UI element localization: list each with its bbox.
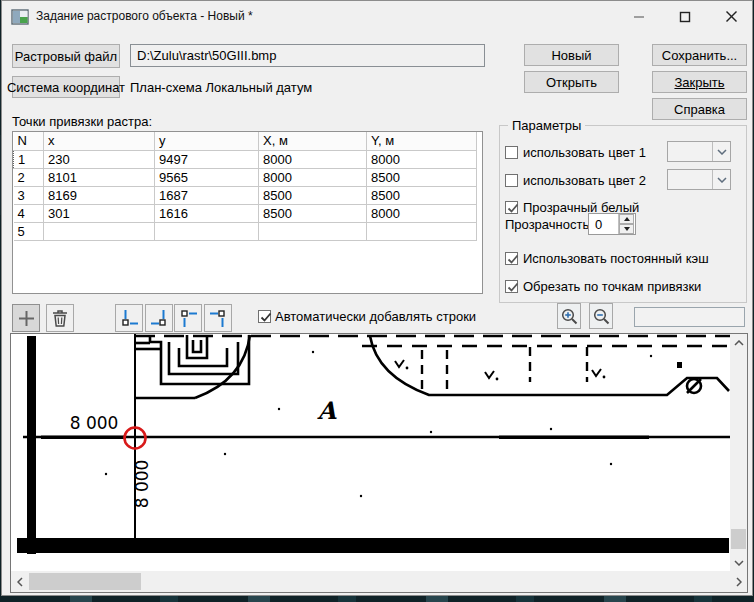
scroll-up-button[interactable]	[730, 334, 747, 351]
cell[interactable]: 5	[14, 222, 44, 240]
color-2-dropdown[interactable]	[667, 169, 731, 190]
cell[interactable]: 4	[14, 204, 44, 222]
column-header-ym[interactable]: Y, м	[367, 132, 477, 150]
cell[interactable]: 8500	[259, 186, 367, 204]
anchor-bottom-left-button[interactable]	[115, 304, 143, 332]
minimize-button[interactable]	[616, 1, 662, 32]
color-1-dropdown[interactable]	[667, 141, 731, 162]
close-button[interactable]: Закрыть	[652, 71, 747, 93]
spinner-up-button[interactable]	[619, 214, 634, 224]
plus-icon	[18, 310, 35, 327]
background-window-sliver	[0, 50, 1, 110]
cell[interactable]	[44, 222, 155, 240]
anchor-top-left-button[interactable]	[174, 304, 202, 332]
cell[interactable]: 8000	[259, 168, 367, 186]
persistent-cache-checkbox[interactable]	[505, 252, 518, 265]
cell[interactable]: 8500	[367, 186, 477, 204]
crop-by-anchors-label[interactable]: Обрезать по точкам привязки	[523, 279, 701, 294]
magnifier-plus-icon	[561, 308, 578, 325]
use-color-2-label[interactable]: использовать цвет 2	[523, 173, 646, 188]
map-horizontal-scrollbar[interactable]	[11, 571, 747, 592]
chevron-down-icon[interactable]	[712, 142, 730, 161]
cell[interactable]: 8169	[44, 186, 155, 204]
column-header-y[interactable]: y	[155, 132, 259, 150]
scroll-right-button[interactable]	[730, 571, 747, 592]
cell-selected[interactable]: 1	[14, 150, 44, 168]
auto-add-rows-label[interactable]: Автоматически добавлять строки	[275, 309, 476, 324]
table-row[interactable]: 1 230 9497 8000 8000	[14, 150, 477, 168]
delete-row-button[interactable]	[46, 304, 74, 332]
table-row[interactable]: 3 8169 1687 8500 8500	[14, 186, 477, 204]
anchor-bottom-right-button[interactable]	[145, 304, 173, 332]
cell[interactable]: 8000	[367, 204, 477, 222]
persistent-cache-label[interactable]: Использовать постоянный кэш	[523, 251, 709, 266]
map-vertical-scrollbar[interactable]	[730, 334, 747, 571]
use-color-1-checkbox[interactable]	[505, 146, 518, 159]
map-area-label: А	[317, 396, 337, 425]
crop-by-anchors-checkbox[interactable]	[505, 280, 518, 293]
cell[interactable]: 3	[14, 186, 44, 204]
map-grid-label-horizontal: 8 000	[70, 413, 119, 433]
transparency-spinner[interactable]: 0	[588, 213, 636, 235]
zoom-out-button[interactable]	[589, 303, 613, 329]
column-header-n[interactable]: N	[14, 132, 44, 150]
save-button[interactable]: Сохранить...	[652, 44, 747, 66]
help-button-label: Справка	[674, 102, 725, 117]
transparency-value[interactable]: 0	[589, 214, 618, 234]
table-row[interactable]: 2 8101 9565 8000 8500	[14, 168, 477, 186]
scale-field[interactable]	[634, 307, 745, 327]
close-window-button[interactable]	[708, 1, 754, 32]
raster-file-button[interactable]: Растровый файл	[12, 44, 120, 68]
chevron-down-icon[interactable]	[712, 170, 730, 189]
add-row-button[interactable]	[12, 304, 40, 332]
file-path-field[interactable]: D:\Zulu\rastr\50GIII.bmp	[130, 44, 485, 67]
coordinate-system-button[interactable]: Система координат	[12, 76, 120, 98]
help-button[interactable]: Справка	[652, 98, 747, 120]
cell[interactable]: 9565	[155, 168, 259, 186]
column-header-x[interactable]: x	[44, 132, 155, 150]
scroll-left-button[interactable]	[11, 571, 28, 592]
column-header-xm[interactable]: X, м	[259, 132, 367, 150]
anchor-top-right-button[interactable]	[204, 304, 232, 332]
cell[interactable]: 8101	[44, 168, 155, 186]
transparency-label: Прозрачность	[505, 217, 589, 232]
cell[interactable]	[367, 222, 477, 240]
auto-add-rows-checkbox[interactable]	[258, 310, 271, 323]
transparent-white-checkbox[interactable]	[505, 201, 518, 214]
horizontal-scroll-thumb[interactable]	[29, 573, 141, 590]
anchor-points-table[interactable]: N x y X, м Y, м 1 230 9497 8000 8000 2 8…	[12, 131, 483, 294]
background-window-edge	[0, 596, 754, 602]
cell[interactable]: 8500	[259, 204, 367, 222]
vertical-scroll-thumb[interactable]	[731, 529, 746, 549]
coordinate-system-button-label: Система координат	[7, 80, 125, 95]
cell[interactable]: 8000	[367, 150, 477, 168]
cell[interactable]	[259, 222, 367, 240]
new-button-label: Новый	[551, 48, 591, 63]
raster-map-preview[interactable]: 8 000 8 000 А	[11, 334, 730, 571]
cell[interactable]: 8500	[367, 168, 477, 186]
new-button[interactable]: Новый	[524, 44, 619, 66]
map-grid-label-vertical: 8 000	[132, 460, 152, 509]
use-color-1-label[interactable]: использовать цвет 1	[523, 145, 646, 160]
cell[interactable]: 1616	[155, 204, 259, 222]
cell[interactable]	[155, 222, 259, 240]
zoom-in-button[interactable]	[557, 303, 581, 329]
open-button[interactable]: Открыть	[524, 71, 619, 93]
scroll-down-button[interactable]	[730, 554, 747, 571]
screen: Задание растрового объекта - Новый * Р	[0, 0, 754, 602]
close-icon	[725, 10, 738, 23]
maximize-button[interactable]	[662, 1, 708, 32]
cell[interactable]: 301	[44, 204, 155, 222]
table-row[interactable]: 4 301 1616 8500 8000	[14, 204, 477, 222]
cell[interactable]: 8000	[259, 150, 367, 168]
spinner-down-button[interactable]	[619, 224, 634, 234]
anchor-points-label: Точки привязки растра:	[12, 114, 152, 129]
title-bar[interactable]: Задание растрового объекта - Новый *	[2, 1, 752, 32]
table-row[interactable]: 5	[14, 222, 477, 240]
cell[interactable]: 2	[14, 168, 44, 186]
anchor-top-left-icon	[180, 310, 197, 327]
cell[interactable]: 1687	[155, 186, 259, 204]
use-color-2-checkbox[interactable]	[505, 174, 518, 187]
cell[interactable]: 9497	[155, 150, 259, 168]
cell[interactable]: 230	[44, 150, 155, 168]
